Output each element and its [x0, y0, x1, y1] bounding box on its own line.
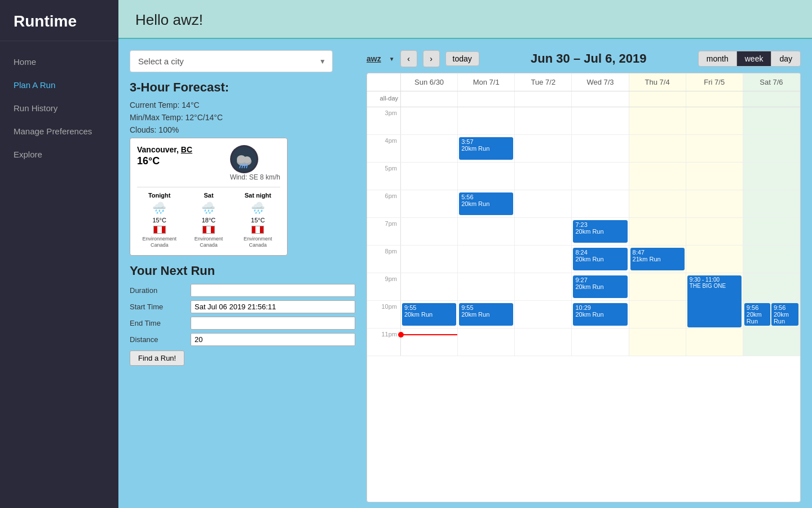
cell-thu-9pm[interactable] — [629, 273, 686, 300]
cell-wed-5pm[interactable] — [572, 163, 629, 190]
cell-sat-4pm[interactable] — [743, 135, 800, 162]
time-row-5pm: 5pm — [367, 163, 800, 190]
cell-mon-10pm[interactable]: 9:5520km Run — [458, 301, 515, 328]
cell-tue-6pm[interactable] — [515, 190, 572, 217]
event-wed-8pm[interactable]: 8:2420km Run — [573, 248, 627, 270]
canada-flag-tonight — [153, 226, 166, 234]
sidebar: Runtime Home Plan A Run Run History Mana… — [0, 0, 118, 508]
cell-mon-6pm[interactable]: 5:5620km Run — [458, 190, 515, 217]
cell-sun-8pm[interactable] — [401, 246, 458, 273]
cell-sat-11pm[interactable] — [743, 329, 800, 356]
cell-fri-9pm[interactable]: 9:30 - 11:00THE BIG ONE — [686, 273, 743, 300]
cell-thu-7pm[interactable] — [629, 218, 686, 245]
cell-wed-9pm[interactable]: 9:2720km Run — [572, 273, 629, 300]
cell-wed-8pm[interactable]: 8:2420km Run — [572, 246, 629, 273]
cell-sun-7pm[interactable] — [401, 218, 458, 245]
cell-fri-11pm[interactable] — [686, 329, 743, 356]
cell-wed-6pm[interactable] — [572, 190, 629, 217]
cell-mon-8pm[interactable] — [458, 246, 515, 273]
calendar-today-button[interactable]: today — [445, 51, 479, 66]
cell-sun-11pm[interactable] — [401, 329, 458, 356]
event-wed-9pm[interactable]: 9:2720km Run — [573, 275, 627, 298]
sidebar-item-explore[interactable]: Explore — [0, 143, 118, 166]
event-sat-10pm-1[interactable]: 9:5620km Run — [744, 303, 770, 326]
cell-mon-5pm[interactable] — [458, 163, 515, 190]
sidebar-item-manage-preferences[interactable]: Manage Preferences — [0, 120, 118, 143]
cell-sun-10pm[interactable]: 9:5520km Run — [401, 301, 458, 328]
cell-sun-3pm[interactable] — [401, 107, 458, 134]
cell-wed-10pm[interactable]: 10:2920km Run — [572, 301, 629, 328]
cell-mon-9pm[interactable] — [458, 273, 515, 300]
cell-fri-6pm[interactable] — [686, 190, 743, 217]
cell-sun-6pm[interactable] — [401, 190, 458, 217]
event-mon-10pm[interactable]: 9:5520km Run — [459, 303, 513, 326]
cell-thu-6pm[interactable] — [629, 190, 686, 217]
cell-sat-5pm[interactable] — [743, 163, 800, 190]
cell-sat-9pm[interactable] — [743, 273, 800, 300]
cell-thu-10pm[interactable] — [629, 301, 686, 328]
cell-sat-10pm[interactable]: 9:5620km Run 9:5620km Run — [743, 301, 800, 328]
cell-wed-11pm[interactable] — [572, 329, 629, 356]
sidebar-item-run-history[interactable]: Run History — [0, 97, 118, 120]
cell-thu-5pm[interactable] — [629, 163, 686, 190]
event-fri-big[interactable]: 9:30 - 11:00THE BIG ONE — [687, 275, 742, 327]
cell-sun-9pm[interactable] — [401, 273, 458, 300]
calendar-prev-button[interactable]: ‹ — [400, 50, 417, 67]
cell-fri-5pm[interactable] — [686, 163, 743, 190]
start-time-input[interactable] — [191, 300, 355, 313]
calendar-allday-thu — [629, 91, 686, 107]
weather-period-sat: Sat 🌧️ 18°C EnvironmentCanada — [186, 192, 231, 248]
cell-sat-7pm[interactable] — [743, 218, 800, 245]
calendar-allday-wed — [572, 91, 629, 107]
distance-input[interactable] — [191, 333, 355, 346]
cell-fri-4pm[interactable] — [686, 135, 743, 162]
event-sun-10pm[interactable]: 9:5520km Run — [402, 303, 456, 326]
cell-fri-3pm[interactable] — [686, 107, 743, 134]
calendar-next-button[interactable]: › — [423, 50, 440, 67]
event-wed-7pm[interactable]: 7:2320km Run — [573, 220, 627, 243]
cell-sat-3pm[interactable] — [743, 107, 800, 134]
cell-tue-7pm[interactable] — [515, 218, 572, 245]
sidebar-item-home[interactable]: Home — [0, 50, 118, 73]
end-time-input[interactable] — [191, 317, 355, 330]
event-wed-10pm[interactable]: 10:2920km Run — [573, 303, 627, 326]
event-sat-10pm-2[interactable]: 9:5620km Run — [771, 303, 798, 326]
content-area: Select a city Vancouver Toronto Montreal… — [118, 39, 812, 508]
cell-thu-8pm[interactable]: 8:4721km Run — [629, 246, 686, 273]
find-run-button[interactable]: Find a Run! — [130, 351, 184, 366]
cell-wed-4pm[interactable] — [572, 135, 629, 162]
cell-fri-8pm[interactable] — [686, 246, 743, 273]
event-thu-8pm[interactable]: 8:4721km Run — [630, 248, 685, 270]
cell-mon-7pm[interactable] — [458, 218, 515, 245]
event-mon-4pm[interactable]: 3:5720km Run — [459, 137, 513, 160]
cell-thu-11pm[interactable] — [629, 329, 686, 356]
cell-tue-10pm[interactable] — [515, 301, 572, 328]
cell-sun-5pm[interactable] — [401, 163, 458, 190]
calendar-title: Jun 30 – Jul 6, 2019 — [485, 51, 692, 66]
city-select[interactable]: Select a city Vancouver Toronto Montreal… — [130, 50, 333, 72]
cell-mon-3pm[interactable] — [458, 107, 515, 134]
cell-sat-8pm[interactable] — [743, 246, 800, 273]
cell-mon-11pm[interactable] — [458, 329, 515, 356]
calendar-user[interactable]: awz — [367, 54, 381, 63]
cell-tue-5pm[interactable] — [515, 163, 572, 190]
cell-tue-4pm[interactable] — [515, 135, 572, 162]
cell-sun-4pm[interactable] — [401, 135, 458, 162]
calendar-day-button[interactable]: day — [771, 51, 800, 66]
cell-tue-9pm[interactable] — [515, 273, 572, 300]
cell-wed-3pm[interactable] — [572, 107, 629, 134]
cell-mon-4pm[interactable]: 3:5720km Run — [458, 135, 515, 162]
cell-tue-3pm[interactable] — [515, 107, 572, 134]
cell-thu-3pm[interactable] — [629, 107, 686, 134]
cell-tue-11pm[interactable] — [515, 329, 572, 356]
cell-wed-7pm[interactable]: 7:2320km Run — [572, 218, 629, 245]
event-mon-6pm[interactable]: 5:5620km Run — [459, 192, 513, 215]
calendar-week-button[interactable]: week — [737, 51, 772, 66]
cell-tue-8pm[interactable] — [515, 246, 572, 273]
cell-fri-7pm[interactable] — [686, 218, 743, 245]
calendar-month-button[interactable]: month — [699, 51, 737, 66]
cell-thu-4pm[interactable] — [629, 135, 686, 162]
duration-input[interactable] — [191, 284, 355, 297]
cell-sat-6pm[interactable] — [743, 190, 800, 217]
sidebar-item-plan-a-run[interactable]: Plan A Run — [0, 73, 118, 97]
